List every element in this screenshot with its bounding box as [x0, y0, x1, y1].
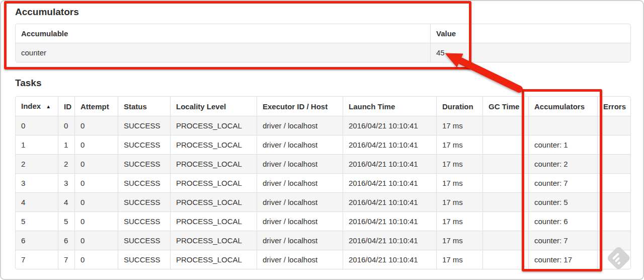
tasks-column-header-launch[interactable]: Launch Time — [343, 97, 436, 116]
task-cell-status: SUCCESS — [118, 192, 170, 212]
task-cell-duration: 17 ms — [436, 154, 482, 173]
task-cell-id: 5 — [58, 212, 74, 231]
task-row: 000SUCCESSPROCESS_LOCALdriver / localhos… — [16, 116, 630, 135]
task-row: 330SUCCESSPROCESS_LOCALdriver / localhos… — [16, 173, 630, 192]
task-cell-executor: driver / localhost — [257, 192, 343, 212]
task-cell-status: SUCCESS — [118, 173, 170, 192]
task-cell-launch: 2016/04/21 10:10:41 — [343, 116, 436, 135]
accumulable-name-cell: counter — [16, 43, 430, 62]
task-cell-status: SUCCESS — [118, 116, 170, 135]
task-cell-index: 6 — [16, 231, 58, 250]
task-cell-executor: driver / localhost — [257, 154, 343, 173]
task-cell-locality: PROCESS_LOCAL — [170, 116, 257, 135]
task-cell-launch: 2016/04/21 10:10:41 — [343, 154, 436, 173]
task-cell-gc — [482, 231, 528, 250]
task-cell-index: 2 — [16, 154, 58, 173]
task-cell-attempt: 0 — [74, 250, 118, 269]
task-cell-duration: 17 ms — [436, 231, 482, 250]
task-cell-status: SUCCESS — [118, 250, 170, 269]
task-cell-gc — [482, 135, 528, 154]
task-cell-locality: PROCESS_LOCAL — [170, 231, 257, 250]
task-cell-status: SUCCESS — [118, 212, 170, 231]
task-row: 770SUCCESSPROCESS_LOCALdriver / localhos… — [16, 250, 630, 269]
task-cell-locality: PROCESS_LOCAL — [170, 173, 257, 192]
task-cell-duration: 17 ms — [436, 135, 482, 154]
task-cell-errors — [597, 173, 630, 192]
task-cell-attempt: 0 — [74, 212, 118, 231]
tasks-column-header-gc[interactable]: GC Time — [482, 97, 528, 116]
tasks-column-header-index[interactable]: Index▲ — [16, 97, 58, 116]
task-row: 550SUCCESSPROCESS_LOCALdriver / localhos… — [16, 212, 630, 231]
task-cell-id: 3 — [58, 173, 74, 192]
task-cell-executor: driver / localhost — [257, 250, 343, 269]
accumulable-value-cell: 45 — [430, 43, 630, 62]
task-row: 220SUCCESSPROCESS_LOCALdriver / localhos… — [16, 154, 630, 173]
task-cell-gc — [482, 250, 528, 269]
accumulator-row: counter 45 — [16, 43, 630, 62]
task-cell-status: SUCCESS — [118, 231, 170, 250]
accumulators-table: Accumulable Value counter 45 — [15, 24, 631, 62]
task-cell-attempt: 0 — [74, 154, 118, 173]
tasks-column-header-attempt[interactable]: Attempt — [74, 97, 118, 116]
task-cell-accumulators: counter: 7 — [528, 231, 597, 250]
task-cell-errors — [597, 135, 630, 154]
accumulators-header-row: Accumulable Value — [16, 24, 630, 43]
task-cell-accumulators: counter: 7 — [528, 173, 597, 192]
tasks-column-header-accumulators[interactable]: Accumulators — [528, 97, 597, 116]
task-cell-attempt: 0 — [74, 231, 118, 250]
task-cell-launch: 2016/04/21 10:10:41 — [343, 192, 436, 212]
task-cell-id: 1 — [58, 135, 74, 154]
task-cell-attempt: 0 — [74, 192, 118, 212]
tasks-column-header-duration[interactable]: Duration — [436, 97, 482, 116]
task-cell-index: 0 — [16, 116, 58, 135]
task-row: 440SUCCESSPROCESS_LOCALdriver / localhos… — [16, 192, 630, 212]
task-cell-executor: driver / localhost — [257, 212, 343, 231]
tasks-column-header-id[interactable]: ID — [58, 97, 74, 116]
task-cell-accumulators: counter: 1 — [528, 135, 597, 154]
task-cell-errors — [597, 250, 630, 269]
tasks-column-header-executor[interactable]: Executor ID / Host — [257, 97, 343, 116]
task-cell-accumulators: counter: 5 — [528, 192, 597, 212]
task-cell-locality: PROCESS_LOCAL — [170, 154, 257, 173]
tasks-table: Index▲IDAttemptStatusLocality LevelExecu… — [15, 96, 631, 269]
task-cell-executor: driver / localhost — [257, 135, 343, 154]
accumulable-column-header: Accumulable — [16, 24, 430, 43]
task-cell-index: 5 — [16, 212, 58, 231]
task-cell-locality: PROCESS_LOCAL — [170, 250, 257, 269]
task-cell-status: SUCCESS — [118, 135, 170, 154]
task-cell-launch: 2016/04/21 10:10:41 — [343, 212, 436, 231]
spark-stage-page: Accumulators Accumulable Value counter 4… — [0, 0, 644, 280]
tasks-column-header-locality[interactable]: Locality Level — [170, 97, 257, 116]
task-cell-id: 4 — [58, 192, 74, 212]
task-cell-duration: 17 ms — [436, 116, 482, 135]
task-cell-id: 7 — [58, 250, 74, 269]
task-cell-index: 7 — [16, 250, 58, 269]
task-cell-attempt: 0 — [74, 116, 118, 135]
tasks-column-header-errors[interactable]: Errors — [597, 97, 630, 116]
task-cell-errors — [597, 212, 630, 231]
task-cell-errors — [597, 231, 630, 250]
task-cell-launch: 2016/04/21 10:10:41 — [343, 173, 436, 192]
tasks-column-header-status[interactable]: Status — [118, 97, 170, 116]
sort-ascending-icon: ▲ — [46, 104, 51, 109]
task-cell-gc — [482, 116, 528, 135]
task-cell-id: 2 — [58, 154, 74, 173]
task-cell-gc — [482, 192, 528, 212]
task-cell-gc — [482, 154, 528, 173]
task-cell-locality: PROCESS_LOCAL — [170, 212, 257, 231]
task-cell-locality: PROCESS_LOCAL — [170, 192, 257, 212]
task-cell-id: 0 — [58, 116, 74, 135]
task-cell-launch: 2016/04/21 10:10:41 — [343, 231, 436, 250]
task-cell-errors — [597, 116, 630, 135]
task-cell-accumulators: counter: 17 — [528, 250, 597, 269]
tasks-header-row: Index▲IDAttemptStatusLocality LevelExecu… — [16, 97, 630, 116]
task-row: 110SUCCESSPROCESS_LOCALdriver / localhos… — [16, 135, 630, 154]
task-cell-duration: 17 ms — [436, 250, 482, 269]
task-cell-accumulators: counter: 6 — [528, 212, 597, 231]
task-cell-errors — [597, 192, 630, 212]
task-cell-id: 6 — [58, 231, 74, 250]
task-cell-accumulators — [528, 116, 597, 135]
task-cell-index: 1 — [16, 135, 58, 154]
task-cell-accumulators: counter: 2 — [528, 154, 597, 173]
task-cell-index: 4 — [16, 192, 58, 212]
